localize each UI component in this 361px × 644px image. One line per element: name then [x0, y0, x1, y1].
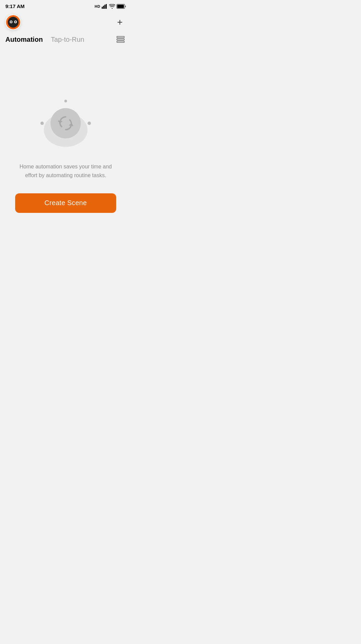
empty-illustration — [39, 96, 93, 150]
list-icon — [116, 35, 125, 44]
signal-icon — [102, 4, 108, 9]
tab-bar: Automation Tap-to-Run — [0, 34, 131, 50]
app-logo — [5, 14, 21, 30]
logo-inner — [8, 17, 19, 28]
sparkle-right — [88, 122, 91, 125]
status-icons: HD — [95, 4, 126, 9]
svg-rect-5 — [117, 5, 124, 8]
status-time: 9:17 AM — [5, 3, 25, 9]
svg-rect-2 — [104, 5, 105, 9]
sync-icon — [57, 114, 75, 132]
illustration-circle — [51, 108, 81, 138]
empty-description: Home automation saves your time and effo… — [15, 162, 116, 180]
hd-badge: HD — [95, 4, 100, 8]
tab-items: Automation Tap-to-Run — [5, 36, 84, 43]
svg-rect-1 — [103, 6, 104, 9]
add-button[interactable]: + — [114, 16, 126, 28]
app-header: + — [0, 12, 131, 34]
battery-icon — [117, 4, 126, 9]
tab-automation[interactable]: Automation — [5, 36, 43, 43]
empty-state: Home automation saves your time and effo… — [0, 50, 131, 252]
logo-eye-right — [14, 21, 17, 23]
sparkle-top — [64, 100, 67, 102]
logo-eyes — [10, 21, 17, 23]
tab-tap-to-run[interactable]: Tap-to-Run — [51, 36, 84, 43]
svg-rect-3 — [106, 4, 107, 9]
svg-rect-0 — [102, 7, 103, 9]
create-scene-button[interactable]: Create Scene — [15, 193, 116, 213]
plus-icon: + — [117, 18, 123, 27]
status-bar: 9:17 AM HD — [0, 0, 131, 12]
sparkle-left — [40, 122, 44, 125]
logo-eye-left — [10, 21, 12, 23]
svg-rect-7 — [117, 39, 124, 40]
svg-rect-8 — [117, 41, 124, 42]
wifi-icon — [109, 4, 115, 9]
svg-rect-6 — [117, 36, 124, 38]
list-view-button[interactable] — [115, 34, 126, 45]
